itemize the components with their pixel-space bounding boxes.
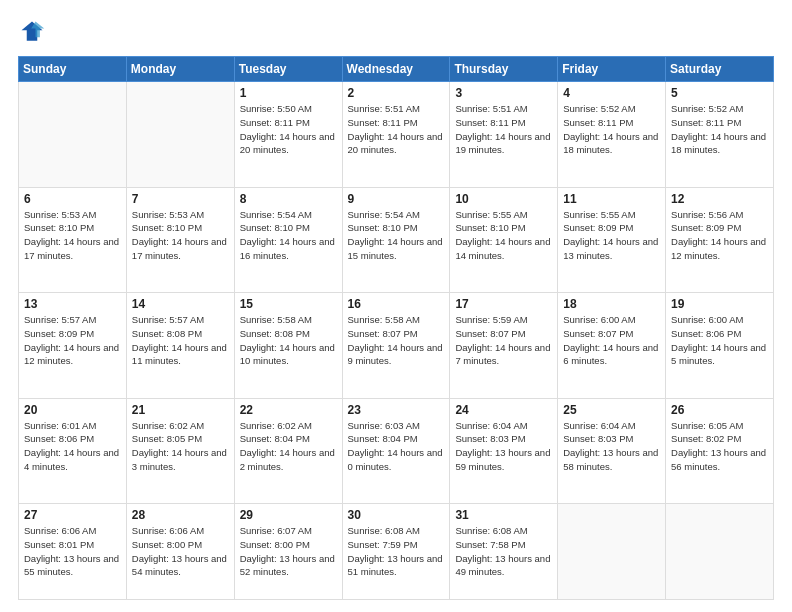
week-row-5: 27Sunrise: 6:06 AM Sunset: 8:01 PM Dayli… xyxy=(19,504,774,600)
day-number: 13 xyxy=(24,297,121,311)
calendar-cell: 19Sunrise: 6:00 AM Sunset: 8:06 PM Dayli… xyxy=(666,293,774,399)
day-number: 8 xyxy=(240,192,337,206)
calendar-cell: 5Sunrise: 5:52 AM Sunset: 8:11 PM Daylig… xyxy=(666,82,774,188)
calendar-cell: 6Sunrise: 5:53 AM Sunset: 8:10 PM Daylig… xyxy=(19,187,127,293)
day-number: 29 xyxy=(240,508,337,522)
weekday-header-thursday: Thursday xyxy=(450,57,558,82)
week-row-1: 1Sunrise: 5:50 AM Sunset: 8:11 PM Daylig… xyxy=(19,82,774,188)
day-number: 9 xyxy=(348,192,445,206)
day-info: Sunrise: 5:55 AM Sunset: 8:10 PM Dayligh… xyxy=(455,208,552,263)
calendar-cell: 9Sunrise: 5:54 AM Sunset: 8:10 PM Daylig… xyxy=(342,187,450,293)
day-number: 15 xyxy=(240,297,337,311)
day-info: Sunrise: 6:06 AM Sunset: 8:00 PM Dayligh… xyxy=(132,524,229,579)
calendar-cell: 21Sunrise: 6:02 AM Sunset: 8:05 PM Dayli… xyxy=(126,398,234,504)
calendar-cell: 22Sunrise: 6:02 AM Sunset: 8:04 PM Dayli… xyxy=(234,398,342,504)
day-info: Sunrise: 5:52 AM Sunset: 8:11 PM Dayligh… xyxy=(563,102,660,157)
day-info: Sunrise: 6:01 AM Sunset: 8:06 PM Dayligh… xyxy=(24,419,121,474)
day-number: 6 xyxy=(24,192,121,206)
day-number: 28 xyxy=(132,508,229,522)
day-info: Sunrise: 6:02 AM Sunset: 8:04 PM Dayligh… xyxy=(240,419,337,474)
day-info: Sunrise: 5:55 AM Sunset: 8:09 PM Dayligh… xyxy=(563,208,660,263)
calendar-cell: 15Sunrise: 5:58 AM Sunset: 8:08 PM Dayli… xyxy=(234,293,342,399)
day-info: Sunrise: 5:58 AM Sunset: 8:08 PM Dayligh… xyxy=(240,313,337,368)
day-number: 12 xyxy=(671,192,768,206)
calendar-cell: 23Sunrise: 6:03 AM Sunset: 8:04 PM Dayli… xyxy=(342,398,450,504)
day-number: 3 xyxy=(455,86,552,100)
day-info: Sunrise: 6:00 AM Sunset: 8:06 PM Dayligh… xyxy=(671,313,768,368)
day-number: 21 xyxy=(132,403,229,417)
day-number: 20 xyxy=(24,403,121,417)
day-number: 11 xyxy=(563,192,660,206)
day-number: 30 xyxy=(348,508,445,522)
day-info: Sunrise: 6:08 AM Sunset: 7:59 PM Dayligh… xyxy=(348,524,445,579)
day-number: 24 xyxy=(455,403,552,417)
day-number: 19 xyxy=(671,297,768,311)
calendar-cell: 8Sunrise: 5:54 AM Sunset: 8:10 PM Daylig… xyxy=(234,187,342,293)
weekday-header-tuesday: Tuesday xyxy=(234,57,342,82)
page: SundayMondayTuesdayWednesdayThursdayFrid… xyxy=(0,0,792,612)
day-info: Sunrise: 5:51 AM Sunset: 8:11 PM Dayligh… xyxy=(455,102,552,157)
calendar-cell: 31Sunrise: 6:08 AM Sunset: 7:58 PM Dayli… xyxy=(450,504,558,600)
day-info: Sunrise: 6:03 AM Sunset: 8:04 PM Dayligh… xyxy=(348,419,445,474)
week-row-2: 6Sunrise: 5:53 AM Sunset: 8:10 PM Daylig… xyxy=(19,187,774,293)
day-info: Sunrise: 5:53 AM Sunset: 8:10 PM Dayligh… xyxy=(132,208,229,263)
day-number: 14 xyxy=(132,297,229,311)
weekday-header-sunday: Sunday xyxy=(19,57,127,82)
day-info: Sunrise: 5:52 AM Sunset: 8:11 PM Dayligh… xyxy=(671,102,768,157)
day-number: 16 xyxy=(348,297,445,311)
day-number: 25 xyxy=(563,403,660,417)
day-info: Sunrise: 5:58 AM Sunset: 8:07 PM Dayligh… xyxy=(348,313,445,368)
day-info: Sunrise: 6:06 AM Sunset: 8:01 PM Dayligh… xyxy=(24,524,121,579)
day-number: 1 xyxy=(240,86,337,100)
logo-icon xyxy=(18,18,46,46)
calendar-cell: 16Sunrise: 5:58 AM Sunset: 8:07 PM Dayli… xyxy=(342,293,450,399)
calendar-cell: 27Sunrise: 6:06 AM Sunset: 8:01 PM Dayli… xyxy=(19,504,127,600)
day-number: 26 xyxy=(671,403,768,417)
day-info: Sunrise: 6:08 AM Sunset: 7:58 PM Dayligh… xyxy=(455,524,552,579)
weekday-header-row: SundayMondayTuesdayWednesdayThursdayFrid… xyxy=(19,57,774,82)
calendar-cell: 30Sunrise: 6:08 AM Sunset: 7:59 PM Dayli… xyxy=(342,504,450,600)
weekday-header-monday: Monday xyxy=(126,57,234,82)
day-number: 27 xyxy=(24,508,121,522)
calendar-cell: 7Sunrise: 5:53 AM Sunset: 8:10 PM Daylig… xyxy=(126,187,234,293)
day-info: Sunrise: 5:57 AM Sunset: 8:09 PM Dayligh… xyxy=(24,313,121,368)
calendar-cell: 25Sunrise: 6:04 AM Sunset: 8:03 PM Dayli… xyxy=(558,398,666,504)
day-info: Sunrise: 6:04 AM Sunset: 8:03 PM Dayligh… xyxy=(563,419,660,474)
calendar-cell: 13Sunrise: 5:57 AM Sunset: 8:09 PM Dayli… xyxy=(19,293,127,399)
week-row-3: 13Sunrise: 5:57 AM Sunset: 8:09 PM Dayli… xyxy=(19,293,774,399)
calendar-cell: 2Sunrise: 5:51 AM Sunset: 8:11 PM Daylig… xyxy=(342,82,450,188)
day-info: Sunrise: 5:57 AM Sunset: 8:08 PM Dayligh… xyxy=(132,313,229,368)
day-number: 4 xyxy=(563,86,660,100)
calendar-cell: 12Sunrise: 5:56 AM Sunset: 8:09 PM Dayli… xyxy=(666,187,774,293)
day-info: Sunrise: 5:50 AM Sunset: 8:11 PM Dayligh… xyxy=(240,102,337,157)
day-info: Sunrise: 5:51 AM Sunset: 8:11 PM Dayligh… xyxy=(348,102,445,157)
calendar-cell: 20Sunrise: 6:01 AM Sunset: 8:06 PM Dayli… xyxy=(19,398,127,504)
calendar-cell: 29Sunrise: 6:07 AM Sunset: 8:00 PM Dayli… xyxy=(234,504,342,600)
calendar-table: SundayMondayTuesdayWednesdayThursdayFrid… xyxy=(18,56,774,600)
day-number: 2 xyxy=(348,86,445,100)
day-info: Sunrise: 6:05 AM Sunset: 8:02 PM Dayligh… xyxy=(671,419,768,474)
day-number: 17 xyxy=(455,297,552,311)
calendar-cell xyxy=(666,504,774,600)
calendar-cell: 1Sunrise: 5:50 AM Sunset: 8:11 PM Daylig… xyxy=(234,82,342,188)
day-info: Sunrise: 5:53 AM Sunset: 8:10 PM Dayligh… xyxy=(24,208,121,263)
day-info: Sunrise: 5:54 AM Sunset: 8:10 PM Dayligh… xyxy=(240,208,337,263)
day-number: 18 xyxy=(563,297,660,311)
day-number: 10 xyxy=(455,192,552,206)
week-row-4: 20Sunrise: 6:01 AM Sunset: 8:06 PM Dayli… xyxy=(19,398,774,504)
day-number: 22 xyxy=(240,403,337,417)
calendar-cell: 10Sunrise: 5:55 AM Sunset: 8:10 PM Dayli… xyxy=(450,187,558,293)
calendar-cell: 3Sunrise: 5:51 AM Sunset: 8:11 PM Daylig… xyxy=(450,82,558,188)
logo xyxy=(18,18,50,46)
day-number: 7 xyxy=(132,192,229,206)
day-info: Sunrise: 5:54 AM Sunset: 8:10 PM Dayligh… xyxy=(348,208,445,263)
calendar-cell xyxy=(19,82,127,188)
day-info: Sunrise: 5:56 AM Sunset: 8:09 PM Dayligh… xyxy=(671,208,768,263)
calendar-cell: 28Sunrise: 6:06 AM Sunset: 8:00 PM Dayli… xyxy=(126,504,234,600)
day-info: Sunrise: 6:02 AM Sunset: 8:05 PM Dayligh… xyxy=(132,419,229,474)
calendar-cell: 17Sunrise: 5:59 AM Sunset: 8:07 PM Dayli… xyxy=(450,293,558,399)
calendar-cell xyxy=(558,504,666,600)
weekday-header-saturday: Saturday xyxy=(666,57,774,82)
calendar-cell: 11Sunrise: 5:55 AM Sunset: 8:09 PM Dayli… xyxy=(558,187,666,293)
calendar-cell xyxy=(126,82,234,188)
